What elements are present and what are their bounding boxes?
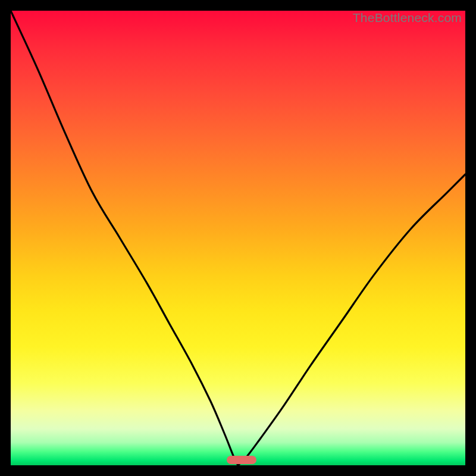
optimum-marker: [227, 456, 256, 464]
curve-left-branch: [11, 11, 238, 465]
bottleneck-curve: [11, 11, 465, 465]
chart-frame: TheBottleneck.com: [0, 0, 476, 476]
curve-right-branch: [238, 174, 465, 465]
plot-area: TheBottleneck.com: [11, 11, 465, 465]
